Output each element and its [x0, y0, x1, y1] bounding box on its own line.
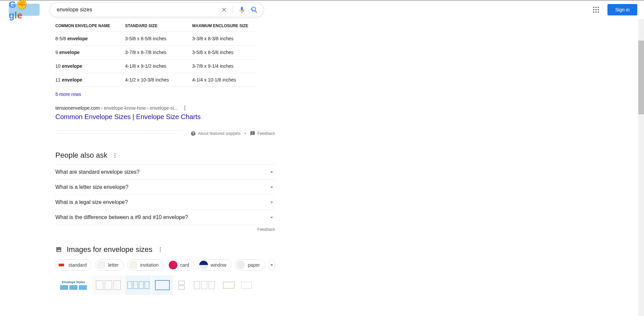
people-also-ask-heading: People also ask [55, 151, 107, 160]
images-for-heading: Images for envelope sizes [67, 245, 153, 254]
chip-invitation[interactable]: invitation [127, 259, 164, 271]
image-result[interactable] [125, 275, 151, 295]
chip-card[interactable]: card [167, 259, 194, 271]
table-row: 9 envelope 3-7/8 x 8-7/8 inches 3-5/8 x … [55, 46, 257, 59]
svg-point-10 [184, 108, 185, 109]
images-menu-icon[interactable] [157, 247, 163, 253]
feedback-link[interactable]: Feedback [250, 131, 275, 136]
voice-search-icon[interactable] [238, 6, 246, 14]
google-logo[interactable]: G✊gle [9, 4, 40, 16]
svg-point-12 [115, 153, 116, 154]
table-row: 8-5/8 envelope 3-5/8 x 8-5/8 inches 3-3/… [55, 32, 257, 46]
chevron-down-icon [268, 184, 275, 191]
svg-point-11 [184, 109, 185, 110]
divider [233, 6, 233, 14]
image-gallery: Envelope Styles [55, 275, 275, 295]
svg-point-6 [593, 11, 594, 13]
result-menu-icon[interactable] [182, 105, 188, 111]
image-filter-chips: standard letter invitation card window p… [55, 259, 275, 271]
col-max-enclosure: MAXIMUM ENCLOSURE SIZE [192, 21, 257, 32]
chip-letter[interactable]: letter [95, 259, 123, 271]
chip-standard[interactable]: standard [55, 259, 92, 271]
paa-question[interactable]: What is the difference between a #9 and … [55, 210, 275, 225]
svg-point-9 [184, 106, 185, 107]
apps-icon[interactable] [589, 3, 603, 16]
chevron-down-icon [268, 199, 275, 206]
scrollbar[interactable]: ▲ [638, 0, 644, 295]
main-content: COMMON ENVELOPE NAME STANDARD SIZE MAXIM… [55, 19, 275, 295]
svg-point-1 [595, 7, 597, 8]
result-title-link[interactable]: Common Envelope Sizes | Envelope Size Ch… [55, 112, 201, 121]
svg-point-13 [115, 155, 116, 156]
more-rows-link[interactable]: 5 more rows [55, 87, 81, 99]
table-row: 11 envelope 4-1/2 x 10-3/8 inches 4-1/4 … [55, 73, 257, 87]
search-bar[interactable] [50, 2, 264, 17]
paa-menu-icon[interactable] [112, 152, 118, 158]
image-result[interactable] [219, 275, 259, 295]
chip-window[interactable]: window [198, 259, 231, 271]
svg-point-4 [595, 9, 597, 10]
svg-point-3 [593, 9, 594, 10]
image-result[interactable] [173, 275, 190, 295]
svg-point-0 [593, 7, 594, 8]
paa-question[interactable]: What is a letter size envelope? [55, 180, 275, 195]
col-standard-size: STANDARD SIZE [125, 21, 192, 32]
scrollbar-thumb[interactable] [638, 41, 644, 114]
chip-paper[interactable]: paper [235, 259, 265, 271]
svg-point-7 [595, 11, 597, 13]
paa-question[interactable]: What are standard envelope sizes? [55, 165, 275, 180]
image-icon [55, 246, 62, 253]
search-input[interactable] [57, 3, 220, 17]
image-result[interactable]: Envelope Styles [55, 275, 92, 295]
chip-expand-button[interactable] [268, 259, 275, 271]
about-featured-snippets-link[interactable]: About featured snippets [191, 131, 240, 136]
paa-feedback-link[interactable]: Feedback [55, 227, 275, 232]
image-result[interactable] [92, 275, 124, 295]
svg-point-8 [598, 11, 599, 13]
svg-point-14 [115, 157, 116, 158]
paa-question[interactable]: What is a legal size envelope? [55, 195, 275, 210]
chevron-down-icon [268, 169, 275, 175]
svg-point-15 [160, 247, 161, 248]
result-cite[interactable]: tensionenvelope.com › envelope-know-how … [55, 105, 178, 111]
svg-point-16 [160, 249, 161, 250]
svg-point-2 [598, 7, 599, 8]
table-row: 10 envelope 4-1/8 x 9-1/2 inches 3-7/8 x… [55, 59, 257, 73]
chevron-down-icon [268, 214, 275, 221]
svg-point-17 [160, 251, 161, 252]
sign-in-button[interactable]: Sign in [607, 4, 637, 15]
svg-point-5 [598, 9, 599, 10]
envelope-sizes-table: COMMON ENVELOPE NAME STANDARD SIZE MAXIM… [55, 21, 257, 87]
header: G✊gle Sign in [0, 0, 644, 19]
image-result[interactable] [152, 275, 173, 295]
image-result[interactable] [190, 275, 218, 295]
col-common-name: COMMON ENVELOPE NAME [55, 21, 125, 32]
clear-icon[interactable] [220, 6, 228, 14]
search-icon[interactable] [251, 6, 259, 14]
